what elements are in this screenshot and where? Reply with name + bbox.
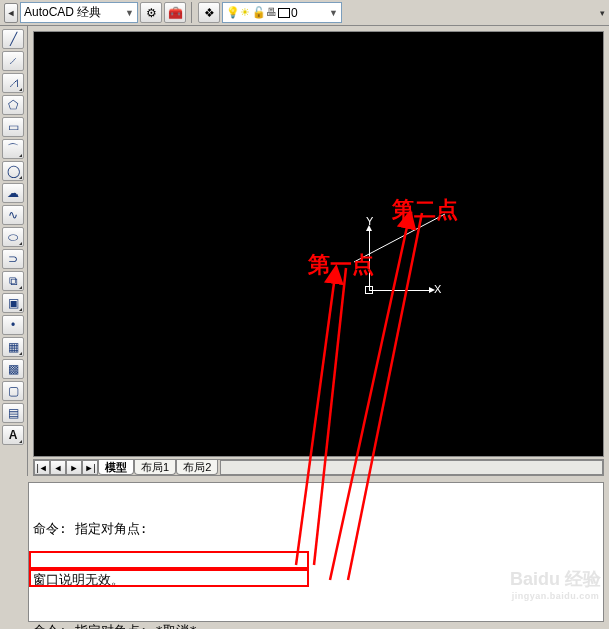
- sun-icon: ☀: [239, 7, 251, 18]
- annotation-highlight-1: [29, 551, 309, 569]
- watermark-brand: Baidu 经验: [510, 569, 601, 589]
- tab-last-button[interactable]: ►|: [82, 460, 98, 475]
- arc-tool[interactable]: ⌒: [2, 139, 24, 159]
- hatch-tool[interactable]: ▦: [2, 337, 24, 357]
- region-tool[interactable]: ▢: [2, 381, 24, 401]
- plot-icon: 🖶: [265, 7, 277, 18]
- polyline-tool[interactable]: ⩘: [2, 73, 24, 93]
- insert-block-tool[interactable]: ⧉: [2, 271, 24, 291]
- bulb-icon: 💡: [226, 7, 238, 18]
- dropdown-caret-icon: ▼: [125, 8, 134, 18]
- layout-tab-bar: |◄ ◄ ► ►| 模型 布局1 布局2: [33, 459, 604, 476]
- tab-model[interactable]: 模型: [98, 460, 134, 475]
- chevron-down-icon: ▾: [600, 8, 605, 18]
- ucs-icon: X Y: [369, 290, 370, 291]
- layer-color-swatch: [278, 8, 290, 18]
- construction-line-tool[interactable]: ⟋: [2, 51, 24, 71]
- annotation-point2-label: 第二点: [392, 195, 458, 225]
- mtext-tool[interactable]: A: [2, 425, 24, 445]
- axis-x-label: X: [434, 283, 441, 295]
- spline-tool[interactable]: ∿: [2, 205, 24, 225]
- table-tool[interactable]: ▤: [2, 403, 24, 423]
- revision-cloud-tool[interactable]: ☁: [2, 183, 24, 203]
- layer-manager-button[interactable]: ❖: [198, 2, 220, 23]
- gradient-tool[interactable]: ▩: [2, 359, 24, 379]
- watermark: Baidu 经验 jingyan.baidu.com: [510, 567, 601, 601]
- cmd-line: 命令: 指定对角点: *取消*: [33, 622, 599, 629]
- tab-scrollbar[interactable]: [220, 460, 603, 475]
- dropdown-caret-icon: ▼: [329, 8, 338, 18]
- viewport-wrap: X Y 第一点 第二点 |◄ ◄ ► ►| 模型 布局1 布局2: [28, 26, 609, 476]
- make-block-tool[interactable]: ▣: [2, 293, 24, 313]
- layer-current-name: 0: [291, 6, 298, 20]
- gear-icon: ⚙: [146, 6, 157, 20]
- ellipse-tool[interactable]: ⬭: [2, 227, 24, 247]
- main-area: ╱ ⟋ ⩘ ⬠ ▭ ⌒ ◯ ☁ ∿ ⬭ ⊃ ⧉ ▣ • ▦ ▩ ▢ ▤ A X …: [0, 26, 609, 476]
- cmd-line: 命令: 指定对角点:: [33, 520, 599, 537]
- workspace-selected: AutoCAD 经典: [24, 4, 101, 21]
- rectangle-tool[interactable]: ▭: [2, 117, 24, 137]
- toolbox-icon: 🧰: [168, 6, 183, 20]
- tab-first-button[interactable]: |◄: [34, 460, 50, 475]
- workspace-settings-button[interactable]: ⚙: [140, 2, 162, 23]
- annotation-point1-label: 第一点: [308, 250, 374, 280]
- command-window[interactable]: 命令: 指定对角点: 窗口说明无效。 命令: 指定对角点: *取消* 命令: l…: [28, 482, 604, 622]
- axis-y-label: Y: [366, 215, 373, 227]
- tab-layout2[interactable]: 布局2: [176, 460, 218, 475]
- workspace-tools-button[interactable]: 🧰: [164, 2, 186, 23]
- ellipse-arc-tool[interactable]: ⊃: [2, 249, 24, 269]
- model-viewport[interactable]: X Y 第一点 第二点: [33, 31, 604, 457]
- tab-next-button[interactable]: ►: [66, 460, 82, 475]
- lock-icon: 🔓: [252, 7, 264, 18]
- draw-toolbox: ╱ ⟋ ⩘ ⬠ ▭ ⌒ ◯ ☁ ∿ ⬭ ⊃ ⧉ ▣ • ▦ ▩ ▢ ▤ A: [0, 26, 28, 476]
- prev-workspace-button[interactable]: ◄: [4, 3, 18, 23]
- layers-icon: ❖: [204, 6, 215, 20]
- top-toolbar: ◄ AutoCAD 经典 ▼ ⚙ 🧰 ❖ 💡 ☀ 🔓 🖶 0 ▼: [0, 0, 609, 26]
- tab-prev-button[interactable]: ◄: [50, 460, 66, 475]
- point-tool[interactable]: •: [2, 315, 24, 335]
- polygon-tool[interactable]: ⬠: [2, 95, 24, 115]
- toolbar-overflow[interactable]: ▾: [595, 0, 609, 26]
- line-tool[interactable]: ╱: [2, 29, 24, 49]
- tab-layout1[interactable]: 布局1: [134, 460, 176, 475]
- circle-tool[interactable]: ◯: [2, 161, 24, 181]
- watermark-url: jingyan.baidu.com: [510, 591, 601, 601]
- layer-select[interactable]: 💡 ☀ 🔓 🖶 0 ▼: [222, 2, 342, 23]
- workspace-select[interactable]: AutoCAD 经典 ▼: [20, 2, 138, 23]
- toolbar-divider: [191, 2, 193, 23]
